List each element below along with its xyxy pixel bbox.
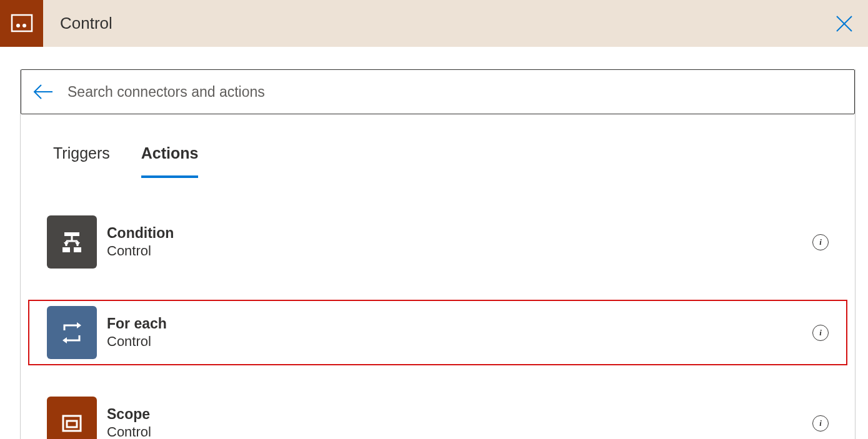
svg-marker-11: [64, 242, 69, 246]
action-title: For each: [107, 315, 812, 332]
svg-marker-15: [77, 322, 81, 328]
action-title: Condition: [107, 225, 812, 242]
action-subtitle: Control: [107, 333, 812, 350]
svg-point-1: [16, 24, 20, 27]
back-button[interactable]: [32, 83, 54, 101]
search-input[interactable]: [67, 84, 854, 101]
action-title: Scope: [107, 406, 812, 423]
svg-rect-0: [12, 15, 32, 31]
info-button[interactable]: i: [812, 325, 829, 341]
svg-marker-16: [62, 337, 67, 343]
action-subtitle: Control: [107, 424, 812, 439]
action-item-scope[interactable]: Scope Control i: [28, 390, 847, 439]
action-text: For each Control: [107, 315, 812, 350]
svg-rect-18: [67, 421, 77, 427]
panel-header: Control: [0, 0, 868, 47]
panel-title: Control: [60, 14, 112, 33]
search-bar: [21, 69, 855, 114]
condition-icon: [47, 215, 97, 269]
action-text: Condition Control: [107, 225, 812, 259]
foreach-icon: [47, 306, 97, 359]
svg-rect-13: [62, 247, 70, 252]
action-item-condition[interactable]: Condition Control i: [28, 209, 847, 275]
actions-list: Condition Control i For each Control i: [21, 209, 855, 439]
close-button[interactable]: [832, 11, 857, 36]
action-subtitle: Control: [107, 243, 812, 259]
control-connector-icon: [0, 0, 43, 47]
svg-rect-6: [64, 232, 79, 236]
svg-rect-17: [63, 416, 81, 431]
tab-actions[interactable]: Actions: [141, 144, 199, 169]
main-panel: Triggers Actions Condition Co: [20, 69, 856, 439]
svg-point-2: [22, 24, 26, 27]
action-text: Scope Control: [107, 406, 812, 439]
action-item-foreach[interactable]: For each Control i: [28, 300, 847, 365]
svg-rect-14: [74, 247, 81, 252]
info-button[interactable]: i: [812, 415, 829, 432]
scope-icon: [47, 397, 97, 439]
tabs: Triggers Actions: [53, 144, 855, 169]
info-button[interactable]: i: [812, 234, 829, 250]
svg-marker-12: [75, 242, 80, 246]
tab-triggers[interactable]: Triggers: [53, 144, 110, 169]
